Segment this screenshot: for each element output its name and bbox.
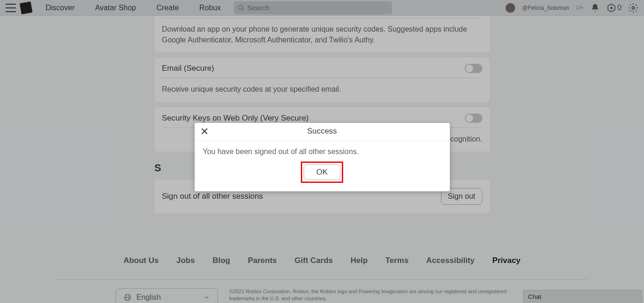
modal-title: Success [307,127,337,135]
success-modal: ✕ Success You have been signed out of al… [195,123,450,191]
ok-highlight: OK [301,162,343,183]
close-icon[interactable]: ✕ [200,126,209,138]
ok-button[interactable]: OK [304,164,340,180]
modal-message: You have been signed out of all other se… [203,148,441,156]
